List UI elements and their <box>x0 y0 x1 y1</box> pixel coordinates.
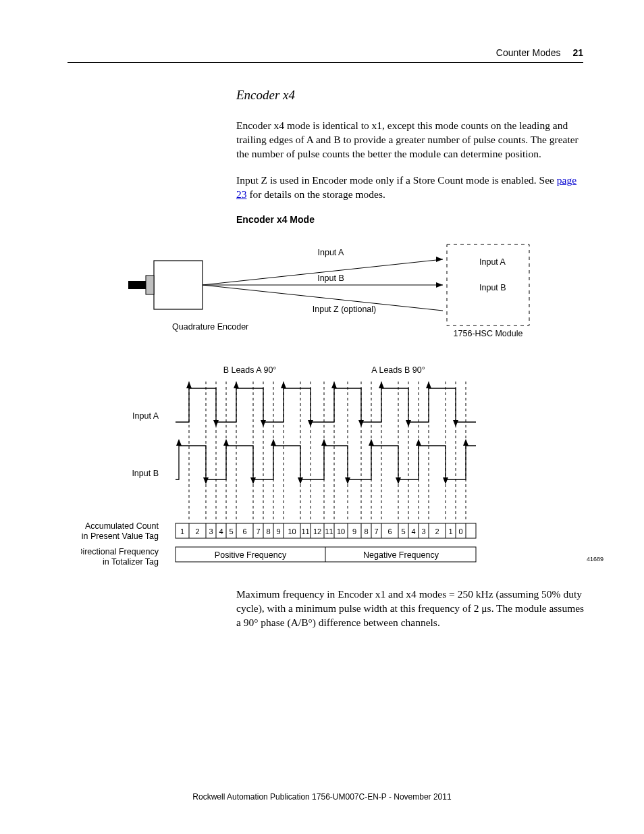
wave-b-label: Input B <box>132 469 159 478</box>
count-cell: 8 <box>364 527 368 536</box>
svg-marker-51 <box>321 439 327 446</box>
a-leads-label: A Leads B 90° <box>371 365 425 375</box>
page-header: Counter Modes 21 <box>68 47 583 63</box>
count-cell: 10 <box>288 527 296 536</box>
encoder-diagram: Quadrature Encoder 1756-HSC Module Input… <box>81 242 594 357</box>
body-column: Encoder x4 Encoder x4 mode is identical … <box>236 88 587 225</box>
svg-marker-47 <box>426 382 431 388</box>
svg-rect-2 <box>128 281 146 289</box>
count-cell: 5 <box>229 527 233 536</box>
sig-input-a: Input A <box>318 248 345 257</box>
count-cell: 11 <box>325 527 333 536</box>
count-cell: 6 <box>242 527 246 536</box>
svg-marker-42 <box>203 477 209 484</box>
svg-marker-54 <box>463 439 468 446</box>
p2-text-b: for details on the storage modes. <box>247 188 385 200</box>
chapter-name: Counter Modes <box>496 47 561 58</box>
svg-marker-53 <box>416 439 421 446</box>
svg-marker-49 <box>406 420 411 427</box>
svg-marker-52 <box>369 439 374 446</box>
p2-text-a: Input Z is used in Encoder mode only if … <box>236 174 557 186</box>
section-title: Encoder x4 <box>236 88 587 103</box>
count-cell: 12 <box>313 527 321 536</box>
module-label: 1756-HSC Module <box>454 329 523 338</box>
count-cell: 0 <box>458 527 462 536</box>
svg-marker-48 <box>358 420 364 427</box>
svg-marker-46 <box>379 382 384 388</box>
svg-marker-37 <box>261 420 266 427</box>
svg-rect-1 <box>146 276 154 294</box>
svg-marker-36 <box>213 420 219 427</box>
count-cell: 1 <box>448 527 452 536</box>
page-footer: Rockwell Automation Publication 1756-UM0… <box>0 792 644 802</box>
svg-marker-41 <box>271 439 276 446</box>
count-cell: 2 <box>435 527 439 536</box>
svg-marker-39 <box>176 439 182 446</box>
svg-marker-45 <box>331 382 337 388</box>
count-cells: 12345678910111211109876543210 <box>180 523 466 538</box>
svg-marker-57 <box>443 477 448 484</box>
svg-marker-34 <box>234 382 239 388</box>
paragraph-3: Maximum frequency in Encoder x1 and x4 m… <box>236 588 587 630</box>
count-cell: 7 <box>256 527 260 536</box>
svg-rect-0 <box>154 261 203 309</box>
module-input-a: Input A <box>479 257 506 267</box>
sig-input-b: Input B <box>317 273 344 283</box>
svg-marker-56 <box>396 477 401 484</box>
svg-marker-50 <box>453 420 458 427</box>
page-number: 21 <box>572 47 583 58</box>
pos-freq: Positive Frequency <box>215 550 287 560</box>
figure-title: Encoder x4 Mode <box>236 214 587 225</box>
encoder-label: Quadrature Encoder <box>172 322 248 332</box>
count-cell: 9 <box>352 527 356 536</box>
svg-marker-5 <box>436 257 443 262</box>
module-input-b: Input B <box>479 283 506 292</box>
acc-label-1: Accumulated Count <box>85 521 159 531</box>
svg-marker-38 <box>308 420 313 427</box>
neg-freq: Negative Frequency <box>363 550 439 560</box>
svg-marker-33 <box>186 382 192 388</box>
figure-id: 41689 <box>587 556 603 563</box>
svg-marker-35 <box>281 382 286 388</box>
svg-marker-7 <box>436 282 443 288</box>
count-cell: 7 <box>374 527 378 536</box>
svg-marker-43 <box>250 477 256 484</box>
count-cell: 3 <box>209 527 213 536</box>
svg-marker-44 <box>298 477 303 484</box>
count-cell: 2 <box>195 527 199 536</box>
acc-label-2: in Present Value Tag <box>82 531 159 541</box>
paragraph-1: Encoder x4 mode is identical to x1, exce… <box>236 119 587 161</box>
count-cell: 5 <box>401 527 405 536</box>
b-leads-label: B Leads A 90° <box>223 365 277 375</box>
count-cell: 11 <box>301 527 309 536</box>
count-cell: 6 <box>387 527 392 536</box>
count-cell: 3 <box>421 527 425 536</box>
dir-label-1: Directional Frequency <box>81 547 159 556</box>
svg-marker-55 <box>345 477 350 484</box>
count-cell: 8 <box>266 527 270 536</box>
count-cell: 4 <box>411 527 415 536</box>
count-cell: 10 <box>337 527 345 536</box>
count-cell: 4 <box>219 527 223 536</box>
count-cell: 9 <box>276 527 280 536</box>
svg-marker-40 <box>223 439 229 446</box>
paragraph-2: Input Z is used in Encoder mode only if … <box>236 174 587 202</box>
sig-input-z: Input Z (optional) <box>313 305 377 314</box>
wave-a-label: Input A <box>132 411 159 421</box>
timing-diagram: B Leads A 90° A Leads B 90° Input A Inpu… <box>81 365 594 574</box>
page: Counter Modes 21 Encoder x4 Encoder x4 m… <box>0 0 644 834</box>
count-cell: 1 <box>180 527 184 536</box>
dir-label-2: in Totalizer Tag <box>103 557 159 567</box>
